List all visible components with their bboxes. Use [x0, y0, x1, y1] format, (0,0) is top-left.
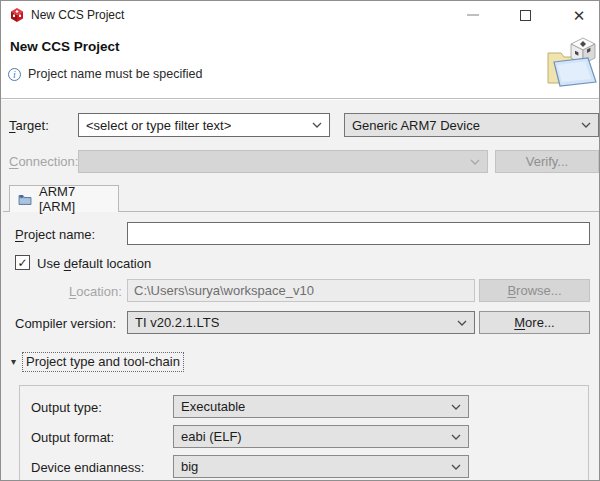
minimize-icon [467, 14, 479, 16]
target-device-combo[interactable]: Generic ARM7 Device [344, 113, 599, 137]
chevron-down-icon [451, 464, 461, 470]
more-button[interactable]: More... [479, 311, 590, 334]
compiler-version-combo[interactable]: TI v20.2.1.LTS [127, 311, 475, 334]
connection-label: Connection: [9, 154, 78, 169]
target-device-value: Generic ARM7 Device [352, 118, 480, 133]
output-format-combo[interactable]: eabi (ELF) [173, 425, 469, 448]
use-default-location-label[interactable]: Use default location [37, 256, 151, 271]
mnemonic-underline: M [514, 315, 525, 330]
location-label: Location: [69, 284, 122, 299]
close-button[interactable]: ✕ [561, 1, 597, 29]
label-part: Use [37, 256, 64, 271]
section-project-type-toolchain[interactable]: Project type and tool-chain [22, 352, 184, 372]
chevron-down-icon [470, 159, 480, 165]
window-title: New CCS Project [31, 1, 124, 29]
label-part: ocation: [76, 284, 122, 299]
tab-arm7-label: ARM7 [ARM] [39, 184, 110, 214]
chevron-down-icon [581, 122, 591, 128]
maximize-button[interactable] [509, 1, 541, 29]
output-format-label: Output format: [31, 430, 114, 445]
label-part: rowse... [516, 283, 562, 298]
connection-combo [78, 150, 488, 173]
maximize-icon [520, 10, 531, 21]
output-type-combo[interactable]: Executable [173, 395, 469, 418]
info-icon: i [8, 68, 21, 81]
checkmark-icon: ✓ [17, 257, 27, 269]
chevron-down-icon [457, 320, 467, 326]
project-name-label: Project name: [15, 227, 95, 242]
label-part: onnection: [18, 154, 78, 169]
label-part: efault location [71, 256, 151, 271]
collapse-arrow-icon[interactable]: ▾ [11, 356, 16, 367]
mnemonic-underline: C [9, 154, 18, 169]
compiler-version-label: Compiler version: [15, 316, 116, 331]
output-format-value: eabi (ELF) [181, 429, 242, 444]
status-message: i Project name must be specified [8, 67, 202, 81]
verify-button-label: Verify... [526, 154, 568, 169]
more-button-label: More... [514, 315, 554, 330]
browse-button-label: Browse... [507, 283, 561, 298]
target-filter-value: <select or type filter text> [86, 118, 231, 133]
use-default-location-checkbox[interactable]: ✓ [15, 255, 30, 270]
minimize-button[interactable] [457, 1, 489, 29]
new-project-wizard-icon [545, 35, 599, 93]
tab-arm7[interactable]: ARM7 [ARM] [9, 185, 119, 212]
chevron-down-icon [451, 434, 461, 440]
mnemonic-underline: B [507, 283, 516, 298]
device-endianness-combo[interactable]: big [173, 455, 469, 478]
mnemonic-underline: d [64, 256, 71, 271]
browse-button: Browse... [479, 279, 590, 302]
mnemonic-underline: P [15, 227, 24, 242]
device-endianness-label: Device endianness: [31, 460, 144, 475]
device-endianness-value: big [181, 459, 198, 474]
title-bar: New CCS Project ✕ [1, 1, 599, 29]
location-field: C:\Users\surya\workspace_v10 [127, 279, 475, 302]
location-value: C:\Users\surya\workspace_v10 [134, 283, 314, 298]
output-type-label: Output type: [31, 400, 102, 415]
chevron-down-icon [451, 404, 461, 410]
label-part: ore... [525, 315, 555, 330]
wizard-banner: New CCS Project i Project name must be s… [1, 29, 599, 99]
label-part: arget: [16, 118, 49, 133]
project-name-input[interactable] [127, 222, 590, 245]
output-type-value: Executable [181, 399, 245, 414]
page-title: New CCS Project [10, 39, 120, 54]
compiler-version-value: TI v20.2.1.LTS [135, 315, 219, 330]
ccs-logo-icon [9, 7, 25, 23]
chevron-down-icon [312, 122, 322, 128]
target-filter-combo[interactable]: <select or type filter text> [78, 113, 330, 137]
close-icon: ✕ [573, 8, 586, 23]
folder-icon [18, 193, 32, 205]
target-label: Target: [9, 118, 49, 133]
label-part: roject name: [24, 227, 96, 242]
new-ccs-project-dialog: New CCS Project ✕ New CCS Project i Proj… [0, 0, 600, 481]
status-message-text: Project name must be specified [28, 67, 202, 81]
verify-button: Verify... [495, 150, 599, 173]
